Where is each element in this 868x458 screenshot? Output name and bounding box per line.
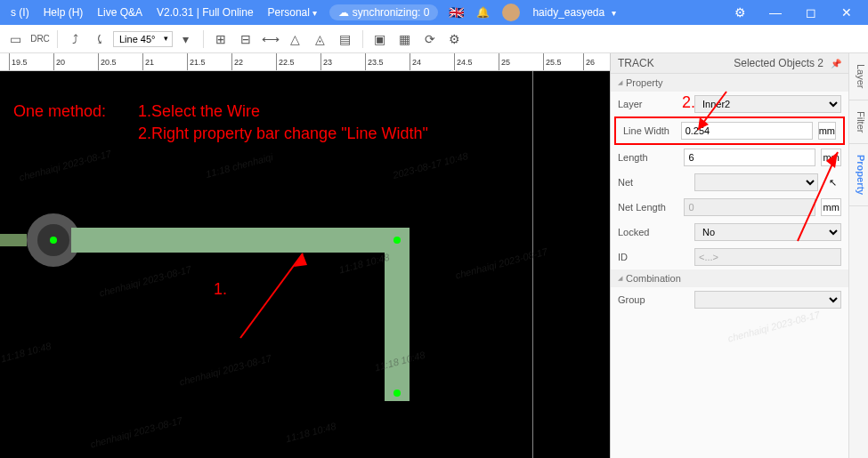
arrow-1-icon — [231, 240, 320, 347]
pin-icon[interactable]: 📌 — [831, 59, 841, 68]
toolbar: ▭ DRC ⤴ ⤹ Line 45° ▾ ⊞ ⊟ ⟷ △ ◬ ▤ ▣ ▦ ⟳ ⚙ — [0, 25, 868, 53]
layer-select[interactable]: Inner2 — [694, 95, 841, 113]
tool-import2-icon[interactable]: ▦ — [393, 28, 417, 51]
track-horizontal[interactable] — [71, 228, 410, 253]
pcb-canvas[interactable]: One method: 1.Select the Wire 2.Right pr… — [0, 71, 610, 458]
window-close-icon[interactable]: ✕ — [829, 5, 864, 20]
tool-import1-icon[interactable]: ▣ — [369, 28, 392, 51]
username-label[interactable]: haidy_easyeda — [525, 6, 612, 19]
track-left — [0, 234, 27, 246]
menu-qa[interactable]: Live Q&A — [90, 6, 150, 19]
group-select[interactable] — [694, 291, 841, 309]
tab-layer[interactable]: Layer — [849, 53, 868, 100]
tool-rect-icon[interactable]: ▭ — [4, 28, 27, 51]
row-layer: Layer Inner2 — [611, 92, 848, 117]
cursor-icon[interactable]: ↖ — [823, 177, 841, 189]
window-maximize-icon[interactable]: ◻ — [793, 5, 829, 20]
annotation-step1: 1.Select the Wire — [138, 102, 260, 121]
panel-title: TRACK — [618, 57, 654, 69]
line-angle-select[interactable]: Line 45° — [113, 31, 173, 47]
menu-item-s[interactable]: s (I) — [4, 6, 37, 19]
bell-icon[interactable]: 🔔 — [469, 6, 497, 19]
horizontal-ruler: 19.5 20 20.5 21 21.5 22 22.5 23 23.5 24 … — [0, 53, 610, 71]
gear-icon[interactable]: ⚙ — [722, 5, 758, 20]
canvas-area: 19.5 20 20.5 21 21.5 22 22.5 23 23.5 24 … — [0, 53, 610, 458]
tool-route-icon[interactable]: ⤴ — [63, 28, 86, 51]
section-property[interactable]: Property — [611, 74, 848, 92]
sync-status[interactable]: synchronizing: 0 — [329, 4, 439, 20]
drc-button[interactable]: DRC — [28, 28, 52, 51]
tool-dim3-icon[interactable]: ◬ — [309, 28, 332, 51]
tab-filter[interactable]: Filter — [849, 100, 868, 144]
side-tabs: Layer Filter Property — [848, 53, 868, 458]
track-node-2[interactable] — [393, 390, 401, 397]
annotation-title: One method: — [13, 102, 106, 121]
row-locked: Locked No — [611, 220, 848, 245]
linewidth-input[interactable] — [681, 122, 813, 140]
property-panel: TRACK Selected Objects 2📌 Property 2. La… — [610, 53, 868, 458]
tool-align1-icon[interactable]: ⊞ — [209, 28, 232, 51]
tool-dim2-icon[interactable]: △ — [284, 28, 307, 51]
tool-align2-icon[interactable]: ⊟ — [234, 28, 257, 51]
row-netlength: Net Length mm — [611, 195, 848, 220]
net-select[interactable] — [694, 173, 818, 191]
tool-settings-icon[interactable]: ⚙ — [443, 28, 466, 51]
tool-route2-icon[interactable]: ⤹ — [88, 28, 111, 51]
track-node-1[interactable] — [393, 237, 401, 244]
annotation-num2: 2. — [682, 93, 695, 112]
row-net: Net ↖ — [611, 170, 848, 195]
title-bar: s (I) Help (H) Live Q&A V2.0.31 | Full O… — [0, 0, 868, 25]
tool-dropdown-icon[interactable]: ▾ — [174, 28, 198, 51]
row-linewidth: Line Width mm — [614, 117, 845, 145]
version-label: V2.0.31 | Full Online — [150, 6, 261, 19]
tool-layers-icon[interactable]: ▤ — [334, 28, 357, 51]
tool-refresh-icon[interactable]: ⟳ — [418, 28, 442, 51]
annotation-step2: 2.Right property bar change "Line Width" — [138, 125, 428, 143]
language-flag-icon[interactable]: 🇬🇧 — [449, 5, 464, 20]
section-combination[interactable]: Combination — [611, 269, 848, 287]
panel-header: TRACK Selected Objects 2📌 — [611, 53, 848, 74]
tab-property[interactable]: Property — [849, 144, 868, 206]
svg-line-0 — [240, 253, 303, 338]
id-input — [694, 248, 841, 266]
account-dropdown[interactable]: Personal — [261, 6, 324, 19]
svg-marker-1 — [294, 253, 307, 267]
row-id: ID — [611, 245, 848, 269]
annotation-num1: 1. — [214, 280, 227, 299]
menu-help[interactable]: Help (H) — [37, 6, 91, 19]
window-minimize-icon[interactable]: — — [758, 5, 793, 20]
locked-select[interactable]: No — [694, 223, 841, 241]
netlength-input — [684, 198, 815, 216]
panel-subtitle: Selected Objects 2 — [734, 57, 823, 69]
avatar[interactable] — [502, 4, 520, 21]
row-length: Length mm — [611, 145, 848, 170]
row-group: Group — [611, 287, 848, 312]
length-input[interactable] — [684, 149, 815, 166]
tool-dim1-icon[interactable]: ⟷ — [259, 28, 282, 51]
